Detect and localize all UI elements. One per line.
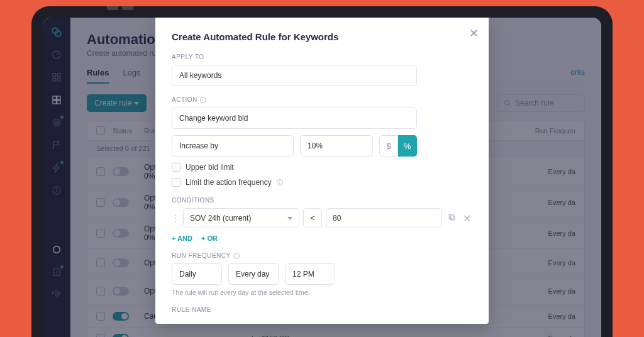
logic-buttons: + AND + OR bbox=[172, 235, 472, 242]
conditions-label: CONDITIONS bbox=[172, 197, 472, 204]
condition-metric: SOV 24h (current) bbox=[190, 214, 251, 223]
info-icon[interactable]: i bbox=[233, 253, 240, 259]
tablet-notch bbox=[122, 6, 133, 10]
unit-dollar-button[interactable]: $ bbox=[379, 135, 398, 157]
rule-name-section: RULE NAME bbox=[172, 306, 472, 313]
chevron-down-icon bbox=[287, 217, 292, 220]
unit-percent-button[interactable]: % bbox=[398, 135, 417, 157]
upper-limit-label: Upper bid limit bbox=[186, 163, 234, 172]
action-label: ACTION i bbox=[172, 96, 472, 103]
action-section: ACTION i Change keyword bid Increase by … bbox=[172, 96, 472, 187]
drag-handle-icon[interactable]: ⋮⋮ bbox=[172, 214, 179, 223]
upper-limit-checkbox[interactable] bbox=[172, 163, 180, 172]
action-mode-select[interactable]: Increase by bbox=[172, 135, 294, 157]
svg-rect-17 bbox=[450, 216, 455, 220]
tablet-notch bbox=[107, 6, 118, 10]
run-day-select[interactable]: Every day bbox=[228, 263, 279, 285]
tablet-frame: Automation Create automated rules to ma…… bbox=[31, 6, 613, 337]
upper-limit-checkbox-row[interactable]: Upper bid limit bbox=[172, 163, 472, 172]
action-select[interactable]: Change keyword bid bbox=[172, 108, 417, 129]
condition-value-input[interactable]: 80 bbox=[326, 208, 442, 228]
apply-to-select[interactable]: All keywords bbox=[172, 65, 417, 86]
action-amount-input[interactable]: 10% bbox=[300, 135, 373, 157]
action-value: Change keyword bid bbox=[179, 114, 248, 123]
run-frequency-section: RUN FREQUENCY i Daily Every day 12 PM Th… bbox=[172, 252, 472, 296]
apply-section: APPLY TO All keywords bbox=[172, 53, 472, 86]
run-frequency-label: RUN FREQUENCY i bbox=[172, 252, 472, 259]
run-frequency-select[interactable]: Daily bbox=[172, 263, 222, 285]
svg-rect-18 bbox=[449, 214, 453, 219]
close-icon[interactable]: ✕ bbox=[469, 26, 479, 40]
info-icon[interactable]: i bbox=[200, 97, 206, 103]
remove-condition-icon[interactable]: ✕ bbox=[461, 213, 472, 224]
condition-operator-select[interactable]: < bbox=[303, 208, 322, 228]
apply-label: APPLY TO bbox=[172, 53, 472, 60]
action-amount: 10% bbox=[308, 141, 323, 150]
create-rule-modal: ✕ Create Automated Rule for Keywords APP… bbox=[155, 18, 489, 324]
conditions-section: CONDITIONS ⋮⋮ SOV 24h (current) < 80 ✕ + bbox=[172, 197, 472, 242]
copy-condition-icon[interactable] bbox=[446, 213, 457, 224]
info-icon[interactable]: i bbox=[277, 179, 283, 185]
add-or-button[interactable]: + OR bbox=[201, 235, 218, 242]
apply-value: All keywords bbox=[179, 71, 221, 80]
condition-row: ⋮⋮ SOV 24h (current) < 80 ✕ bbox=[172, 208, 472, 228]
limit-frequency-label: Limit the action frequency bbox=[186, 178, 272, 187]
rule-name-label: RULE NAME bbox=[172, 306, 472, 313]
run-frequency-hint: The rule will run every day at the selec… bbox=[172, 289, 472, 296]
action-mode: Increase by bbox=[179, 141, 218, 150]
limit-frequency-checkbox[interactable] bbox=[172, 178, 180, 187]
unit-toggle: $ % bbox=[379, 135, 417, 157]
run-time-select[interactable]: 12 PM bbox=[285, 263, 335, 285]
limit-frequency-checkbox-row[interactable]: Limit the action frequency i bbox=[172, 178, 472, 187]
condition-metric-select[interactable]: SOV 24h (current) bbox=[183, 208, 299, 228]
app-screen: Automation Create automated rules to ma…… bbox=[43, 18, 601, 337]
modal-title: Create Automated Rule for Keywords bbox=[172, 31, 472, 42]
add-and-button[interactable]: + AND bbox=[172, 235, 192, 242]
